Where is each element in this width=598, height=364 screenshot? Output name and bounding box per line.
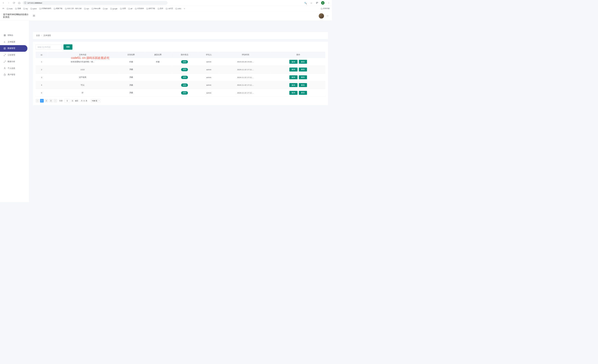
reload-button[interactable] (12, 1, 16, 5)
page-size-select[interactable]: 5 条/页 (91, 99, 101, 103)
sidebar-item[interactable]: 文本检测 (0, 39, 29, 45)
table-icon (4, 48, 6, 50)
column-header: 识别结果 (118, 52, 144, 58)
back-button[interactable] (2, 1, 5, 5)
delete-button[interactable]: 删除 (299, 75, 307, 79)
star-icon[interactable]: ☆ (309, 1, 313, 5)
svg-rect-4 (3, 8, 3, 8)
status-badge: 成功 (181, 68, 188, 71)
bookmark-item[interactable]: 视频下载 (53, 7, 63, 10)
edit-button[interactable]: 编辑 (290, 83, 298, 87)
bookmark-item[interactable]: tools (6, 7, 14, 10)
table-row: 3还不错奥消极成功admin2024-11-22 17:11:...编辑删除 (36, 73, 325, 81)
pagination: ‹ 123 › 到第 页 确定 共 11 条 5 条/页 (36, 99, 325, 103)
column-header: 真实结果 (144, 52, 171, 58)
main-content: 主页 / 文本管理 搜索 ID文本内容识别结果真实结果操作状态评论人评论时间操作… (29, 11, 332, 202)
column-header: 操作 (271, 52, 325, 58)
forward-button[interactable] (7, 1, 11, 5)
profile-avatar[interactable]: W (321, 1, 324, 5)
sidebar: 控制台文本检测数据管理公告管理数据分析个人信息用户管理 (0, 11, 29, 202)
svg-rect-3 (3, 8, 3, 8)
prev-page[interactable]: ‹ (36, 99, 39, 103)
confirm-button[interactable]: 确定 (75, 100, 78, 102)
breadcrumb-sep: / (41, 34, 42, 37)
bookmark-item[interactable]: 宝塔 (157, 7, 164, 10)
page-number[interactable]: 2 (45, 99, 48, 103)
bookmark-item[interactable]: uplod (30, 7, 37, 10)
hamburger-button[interactable] (33, 14, 35, 17)
search-row: 搜索 (36, 44, 325, 50)
bookmark-item[interactable]: aff (127, 7, 133, 10)
svg-rect-19 (4, 48, 6, 49)
bookmark-item[interactable]: 宝藏 (15, 7, 22, 10)
table-row: 1很有新疆地方民族特色！购...积极积极成功admin2023-03-28 15… (36, 58, 325, 66)
column-header: 评论人 (198, 52, 220, 58)
page-number[interactable]: 1 (40, 99, 44, 103)
sidebar-item[interactable]: 数据分析 (0, 58, 29, 65)
delete-button[interactable]: 删除 (299, 68, 307, 72)
browser-toolbar: ⓘ 127.0.0.1:8000/text 🔍 ☆ W ⋮ (0, 0, 332, 6)
svg-rect-15 (4, 35, 5, 36)
user-avatar[interactable] (319, 13, 324, 18)
bars-icon (4, 41, 6, 43)
doc-icon (4, 74, 6, 76)
edit-button[interactable]: 编辑 (290, 68, 298, 72)
delete-button[interactable]: 删除 (299, 60, 307, 64)
edit-button[interactable]: 编辑 (290, 60, 298, 64)
bookmark-item[interactable]: Max云梯 (91, 7, 101, 10)
bookmark-item[interactable]: google (109, 7, 118, 10)
svg-rect-2 (316, 3, 317, 4)
expand-icon (4, 54, 6, 56)
sidebar-item[interactable]: 公告管理 (0, 52, 29, 58)
sidebar-item[interactable]: 个人信息 (0, 65, 29, 72)
zoom-icon[interactable]: 🔍 (304, 1, 307, 5)
svg-rect-6 (3, 8, 3, 9)
user-icon (4, 67, 6, 69)
search-button[interactable]: 搜索 (64, 44, 73, 50)
table-row: 5好消极成功admin2024-11-22 17:11:...编辑删除 (36, 89, 325, 97)
edit-button[interactable]: 编辑 (290, 91, 298, 95)
search-input[interactable] (36, 44, 62, 50)
bookmark-item[interactable]: 共享账号密码 (38, 7, 52, 10)
total-count: 共 11 条 (81, 100, 87, 102)
bookmark-item[interactable]: 源码下载 (145, 7, 156, 10)
apps-button[interactable] (2, 7, 5, 10)
status-badge: 成功 (181, 76, 188, 79)
edit-button[interactable]: 编辑 (290, 75, 298, 79)
column-header: ID (36, 52, 48, 58)
svg-rect-1 (317, 2, 318, 3)
delete-button[interactable]: 删除 (299, 83, 307, 87)
goto-input[interactable] (64, 99, 70, 103)
browser-chrome: ⓘ 127.0.0.1:8000/text 🔍 ☆ W ⋮ tools宝藏txy… (0, 0, 332, 11)
goto-label: 到第 (59, 100, 63, 102)
bookmark-item[interactable]: 云社区 (165, 7, 174, 10)
app-header: 基于循环神经网络的情感分析系统 ⋯ (0, 11, 332, 21)
all-bookmarks[interactable]: 所有书签 (320, 7, 330, 10)
page-number[interactable]: 3 (49, 99, 53, 103)
bookmark-item[interactable]: txy (23, 7, 28, 10)
bookmark-item[interactable]: vps (102, 7, 108, 10)
bookmark-item[interactable]: vpn (83, 7, 90, 10)
bookmark-item[interactable]: 站长工具 - 站长之家 (64, 7, 82, 10)
bookmark-item[interactable]: 百度 (119, 7, 126, 10)
extensions-icon[interactable] (315, 1, 319, 5)
breadcrumb-home[interactable]: 主页 (36, 34, 40, 37)
bookmarks-overflow[interactable]: » (183, 7, 186, 10)
sidebar-item[interactable]: 控制台 (0, 32, 29, 39)
svg-rect-5 (4, 8, 4, 8)
content-card: 搜索 ID文本内容识别结果真实结果操作状态评论人评论时间操作 1很有新疆地方民族… (33, 42, 328, 105)
url-bar[interactable]: ⓘ 127.0.0.1:8000/text (23, 1, 167, 5)
sidebar-item[interactable]: 数据管理 (0, 45, 27, 52)
sidebar-item[interactable]: 用户管理 (0, 71, 29, 78)
next-page[interactable]: › (53, 99, 57, 103)
bookmarks-bar: tools宝藏txyuplod共享账号密码视频下载站长工具 - 站长之家vpnM… (0, 6, 332, 11)
bookmark-item[interactable]: 社交媒体 (134, 7, 144, 10)
delete-button[interactable]: 删除 (299, 91, 307, 95)
menu-icon[interactable]: ⋮ (326, 1, 330, 5)
breadcrumb: 主页 / 文本管理 (33, 32, 328, 39)
table-row: 22222消极成功admin2024-11-22 17:11:...编辑删除 (36, 66, 325, 74)
svg-rect-13 (5, 34, 6, 35)
bookmark-item[interactable]: v651 (175, 7, 182, 10)
home-button[interactable] (17, 1, 21, 5)
more-icon[interactable]: ⋯ (326, 15, 329, 17)
